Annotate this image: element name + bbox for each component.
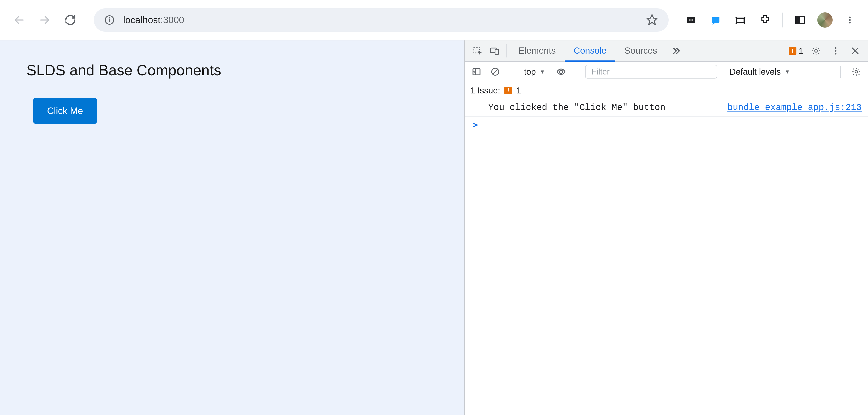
extension-icon-2[interactable] [708, 12, 723, 28]
context-label: top [524, 67, 536, 77]
devtools-settings-icon[interactable] [809, 44, 823, 58]
live-expression-icon[interactable] [554, 64, 568, 79]
log-source-link[interactable]: bundle_example_app.js:213 [727, 103, 862, 113]
svg-point-19 [815, 49, 817, 52]
tabs-overflow-icon[interactable] [666, 40, 686, 61]
inspect-element-icon[interactable] [469, 40, 486, 61]
console-toolbar-separator [840, 66, 841, 78]
svg-rect-12 [796, 16, 800, 24]
svg-point-15 [849, 22, 850, 24]
svg-point-14 [849, 19, 850, 21]
console-toolbar-separator [577, 66, 577, 78]
tab-sources[interactable]: Sources [615, 41, 666, 62]
console-prompt[interactable]: > [465, 117, 868, 133]
click-me-button[interactable]: Click Me [33, 98, 97, 124]
issues-indicator[interactable]: ! 1 [789, 46, 803, 56]
device-toolbar-icon[interactable] [486, 40, 503, 61]
console-filter-input[interactable] [585, 65, 717, 78]
extension-icon-3[interactable] [733, 12, 748, 28]
console-sidebar-toggle-icon[interactable] [469, 64, 484, 79]
console-log-entry: You clicked the "Click Me" button bundle… [465, 99, 868, 117]
url-text: localhost:3000 [123, 15, 184, 25]
console-settings-icon[interactable] [849, 64, 864, 79]
clear-console-icon[interactable] [488, 64, 503, 79]
extension-icon-1[interactable] [684, 12, 699, 28]
tab-console[interactable]: Console [565, 41, 615, 62]
issues-label: 1 Issue: [470, 86, 500, 95]
console-toolbar-separator [511, 66, 511, 78]
page-content: SLDS and Base Components Click Me [0, 40, 464, 415]
bookmark-star-icon[interactable] [646, 13, 658, 26]
dropdown-triangle-icon: ▼ [784, 69, 790, 75]
svg-line-28 [493, 69, 498, 74]
log-message: You clicked the "Click Me" button [488, 103, 665, 113]
svg-marker-5 [647, 15, 657, 25]
svg-rect-18 [495, 49, 498, 55]
svg-point-20 [835, 47, 836, 49]
svg-point-7 [688, 20, 690, 21]
svg-point-29 [560, 70, 563, 73]
browser-toolbar: localhost:3000 [0, 0, 868, 40]
site-info-icon[interactable] [104, 15, 115, 25]
extensions-menu-icon[interactable] [758, 12, 773, 28]
svg-point-21 [835, 50, 836, 52]
svg-point-4 [109, 17, 110, 19]
execution-context-select[interactable]: top ▼ [519, 67, 550, 77]
nav-reload-button[interactable] [62, 11, 79, 29]
toolbar-divider [782, 12, 783, 28]
log-levels-select[interactable]: Default levels ▼ [730, 67, 790, 77]
url-port: :3000 [160, 15, 184, 25]
svg-point-9 [692, 20, 693, 21]
svg-point-30 [855, 70, 858, 73]
issues-row-count: 1 [516, 86, 521, 95]
console-output: You clicked the "Click Me" button bundle… [465, 99, 868, 415]
devtools-close-icon[interactable] [848, 44, 862, 58]
nav-back-button[interactable] [11, 11, 28, 29]
issues-count: 1 [799, 46, 803, 56]
levels-label: Default levels [730, 67, 781, 77]
devtools-tab-separator [506, 44, 506, 58]
warning-square-icon: ! [789, 47, 797, 55]
svg-point-13 [849, 16, 850, 18]
browser-extensions-area [684, 12, 857, 28]
devtools-tabbar: Elements Console Sources ! 1 [465, 40, 868, 62]
browser-menu-icon[interactable] [842, 12, 857, 28]
profile-avatar[interactable] [817, 12, 833, 28]
prompt-chevron-icon: > [472, 119, 478, 130]
svg-point-22 [835, 53, 836, 55]
content-split: SLDS and Base Components Click Me Elemen… [0, 40, 868, 415]
dropdown-triangle-icon: ▼ [540, 69, 545, 75]
page-title: SLDS and Base Components [26, 62, 439, 79]
tab-elements[interactable]: Elements [509, 41, 565, 62]
nav-forward-button[interactable] [36, 11, 53, 29]
devtools-panel: Elements Console Sources ! 1 [464, 40, 868, 415]
issues-summary-row[interactable]: 1 Issue: ! 1 [465, 82, 868, 99]
url-host: localhost [123, 15, 160, 25]
svg-point-8 [690, 20, 692, 21]
address-bar[interactable]: localhost:3000 [94, 8, 669, 32]
warning-square-icon: ! [504, 87, 512, 94]
side-panel-icon[interactable] [793, 12, 807, 28]
svg-rect-10 [737, 18, 744, 23]
devtools-menu-icon[interactable] [829, 44, 842, 58]
console-toolbar: top ▼ Default levels ▼ [465, 62, 868, 82]
